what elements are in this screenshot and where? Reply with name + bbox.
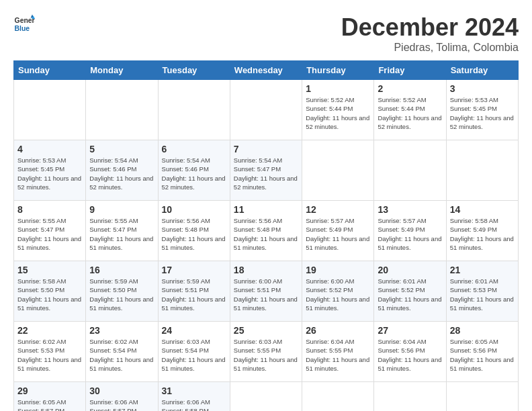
calendar-week-row: 4 Sunrise: 5:53 AM Sunset: 5:45 PM Dayli…	[14, 140, 519, 201]
calendar-cell: 7 Sunrise: 5:54 AM Sunset: 5:47 PM Dayli…	[230, 140, 302, 201]
day-info: Sunrise: 6:01 AM Sunset: 5:53 PM Dayligh…	[450, 277, 515, 312]
day-info: Sunrise: 6:02 AM Sunset: 5:53 PM Dayligh…	[17, 337, 82, 373]
day-number: 23	[89, 325, 154, 336]
day-info: Sunrise: 5:58 AM Sunset: 5:50 PM Dayligh…	[17, 277, 82, 312]
day-number: 8	[17, 204, 82, 215]
day-info: Sunrise: 5:56 AM Sunset: 5:48 PM Dayligh…	[234, 216, 298, 252]
calendar-cell: 31 Sunrise: 6:06 AM Sunset: 5:58 PM Dayl…	[158, 382, 230, 412]
day-number: 2	[378, 83, 442, 94]
day-info: Sunrise: 6:00 AM Sunset: 5:52 PM Dayligh…	[306, 277, 370, 312]
day-info: Sunrise: 5:54 AM Sunset: 5:47 PM Dayligh…	[234, 156, 298, 191]
day-info: Sunrise: 5:52 AM Sunset: 5:44 PM Dayligh…	[306, 95, 370, 131]
calendar-cell: 3 Sunrise: 5:53 AM Sunset: 5:45 PM Dayli…	[446, 80, 518, 140]
col-wednesday: Wednesday	[230, 61, 302, 80]
day-info: Sunrise: 5:57 AM Sunset: 5:49 PM Dayligh…	[378, 216, 442, 252]
calendar-cell	[158, 80, 230, 140]
title-area: December 2024 Piedras, Tolima, Colombia	[341, 13, 519, 54]
calendar-cell: 13 Sunrise: 5:57 AM Sunset: 5:49 PM Dayl…	[374, 201, 446, 261]
calendar-week-row: 22 Sunrise: 6:02 AM Sunset: 5:53 PM Dayl…	[14, 322, 519, 382]
header-row: Sunday Monday Tuesday Wednesday Thursday…	[14, 61, 519, 80]
calendar-cell	[86, 80, 158, 140]
day-info: Sunrise: 6:04 AM Sunset: 5:56 PM Dayligh…	[378, 337, 442, 373]
calendar-cell: 29 Sunrise: 6:05 AM Sunset: 5:57 PM Dayl…	[14, 382, 86, 412]
calendar-cell: 12 Sunrise: 5:57 AM Sunset: 5:49 PM Dayl…	[302, 201, 374, 261]
calendar-cell: 19 Sunrise: 6:00 AM Sunset: 5:52 PM Dayl…	[302, 261, 374, 322]
day-number: 9	[89, 204, 154, 215]
day-info: Sunrise: 5:56 AM Sunset: 5:48 PM Dayligh…	[162, 216, 226, 252]
page-header: General Blue December 2024 Piedras, Toli…	[13, 13, 519, 54]
day-number: 4	[17, 144, 82, 154]
day-info: Sunrise: 6:00 AM Sunset: 5:51 PM Dayligh…	[234, 277, 298, 312]
col-friday: Friday	[374, 61, 446, 80]
calendar-cell: 9 Sunrise: 5:55 AM Sunset: 5:47 PM Dayli…	[86, 201, 158, 261]
calendar-cell	[374, 382, 446, 412]
calendar-cell: 16 Sunrise: 5:59 AM Sunset: 5:50 PM Dayl…	[86, 261, 158, 322]
calendar-cell: 30 Sunrise: 6:06 AM Sunset: 5:57 PM Dayl…	[86, 382, 158, 412]
day-info: Sunrise: 6:06 AM Sunset: 5:58 PM Dayligh…	[162, 398, 226, 411]
day-number: 5	[89, 144, 154, 154]
calendar-cell: 20 Sunrise: 6:01 AM Sunset: 5:52 PM Dayl…	[374, 261, 446, 322]
day-info: Sunrise: 6:04 AM Sunset: 5:55 PM Dayligh…	[306, 337, 370, 373]
calendar-cell: 26 Sunrise: 6:04 AM Sunset: 5:55 PM Dayl…	[302, 322, 374, 382]
day-number: 1	[306, 83, 370, 94]
day-number: 31	[162, 385, 226, 396]
day-info: Sunrise: 5:59 AM Sunset: 5:50 PM Dayligh…	[89, 277, 154, 312]
day-info: Sunrise: 5:52 AM Sunset: 5:44 PM Dayligh…	[378, 95, 442, 131]
day-number: 20	[378, 265, 442, 275]
calendar-cell: 1 Sunrise: 5:52 AM Sunset: 5:44 PM Dayli…	[302, 80, 374, 140]
day-info: Sunrise: 6:05 AM Sunset: 5:57 PM Dayligh…	[17, 398, 82, 411]
calendar-cell: 14 Sunrise: 5:58 AM Sunset: 5:49 PM Dayl…	[446, 201, 518, 261]
location-title: Piedras, Tolima, Colombia	[341, 42, 519, 54]
calendar-cell: 25 Sunrise: 6:03 AM Sunset: 5:55 PM Dayl…	[230, 322, 302, 382]
calendar-week-row: 1 Sunrise: 5:52 AM Sunset: 5:44 PM Dayli…	[14, 80, 519, 140]
calendar-cell	[446, 140, 518, 201]
svg-text:Blue: Blue	[15, 25, 30, 32]
day-number: 13	[378, 204, 442, 215]
day-info: Sunrise: 5:55 AM Sunset: 5:47 PM Dayligh…	[89, 216, 154, 252]
day-number: 29	[17, 385, 82, 396]
day-info: Sunrise: 5:53 AM Sunset: 5:45 PM Dayligh…	[450, 95, 515, 131]
day-number: 21	[450, 265, 515, 275]
logo-icon: General Blue	[13, 13, 35, 35]
day-info: Sunrise: 5:57 AM Sunset: 5:49 PM Dayligh…	[306, 216, 370, 252]
day-info: Sunrise: 5:59 AM Sunset: 5:51 PM Dayligh…	[162, 277, 226, 312]
day-number: 17	[162, 265, 226, 275]
day-info: Sunrise: 5:58 AM Sunset: 5:49 PM Dayligh…	[450, 216, 515, 252]
calendar-cell: 5 Sunrise: 5:54 AM Sunset: 5:46 PM Dayli…	[86, 140, 158, 201]
calendar-cell: 18 Sunrise: 6:00 AM Sunset: 5:51 PM Dayl…	[230, 261, 302, 322]
day-number: 18	[234, 265, 298, 275]
day-number: 11	[234, 204, 298, 215]
day-number: 3	[450, 83, 515, 94]
col-monday: Monday	[86, 61, 158, 80]
month-title: December 2024	[341, 13, 519, 42]
day-number: 27	[378, 325, 442, 336]
calendar-cell: 8 Sunrise: 5:55 AM Sunset: 5:47 PM Dayli…	[14, 201, 86, 261]
day-number: 16	[89, 265, 154, 275]
day-number: 19	[306, 265, 370, 275]
day-number: 25	[234, 325, 298, 336]
day-info: Sunrise: 6:01 AM Sunset: 5:52 PM Dayligh…	[378, 277, 442, 312]
calendar-cell	[374, 140, 446, 201]
calendar-week-row: 29 Sunrise: 6:05 AM Sunset: 5:57 PM Dayl…	[14, 382, 519, 412]
calendar-cell	[446, 382, 518, 412]
day-number: 12	[306, 204, 370, 215]
day-info: Sunrise: 5:54 AM Sunset: 5:46 PM Dayligh…	[89, 156, 154, 191]
day-info: Sunrise: 6:06 AM Sunset: 5:57 PM Dayligh…	[89, 398, 154, 411]
calendar-cell: 28 Sunrise: 6:05 AM Sunset: 5:56 PM Dayl…	[446, 322, 518, 382]
calendar-cell	[302, 140, 374, 201]
day-number: 6	[162, 144, 226, 154]
calendar-cell: 11 Sunrise: 5:56 AM Sunset: 5:48 PM Dayl…	[230, 201, 302, 261]
calendar-cell: 17 Sunrise: 5:59 AM Sunset: 5:51 PM Dayl…	[158, 261, 230, 322]
calendar-cell: 22 Sunrise: 6:02 AM Sunset: 5:53 PM Dayl…	[14, 322, 86, 382]
day-info: Sunrise: 5:53 AM Sunset: 5:45 PM Dayligh…	[17, 156, 82, 191]
calendar-week-row: 8 Sunrise: 5:55 AM Sunset: 5:47 PM Dayli…	[14, 201, 519, 261]
day-info: Sunrise: 6:05 AM Sunset: 5:56 PM Dayligh…	[450, 337, 515, 373]
day-number: 26	[306, 325, 370, 336]
day-info: Sunrise: 5:54 AM Sunset: 5:46 PM Dayligh…	[162, 156, 226, 191]
calendar-cell: 10 Sunrise: 5:56 AM Sunset: 5:48 PM Dayl…	[158, 201, 230, 261]
day-info: Sunrise: 6:03 AM Sunset: 5:55 PM Dayligh…	[234, 337, 298, 373]
day-number: 7	[234, 144, 298, 154]
col-sunday: Sunday	[14, 61, 86, 80]
col-tuesday: Tuesday	[158, 61, 230, 80]
calendar-cell	[230, 80, 302, 140]
